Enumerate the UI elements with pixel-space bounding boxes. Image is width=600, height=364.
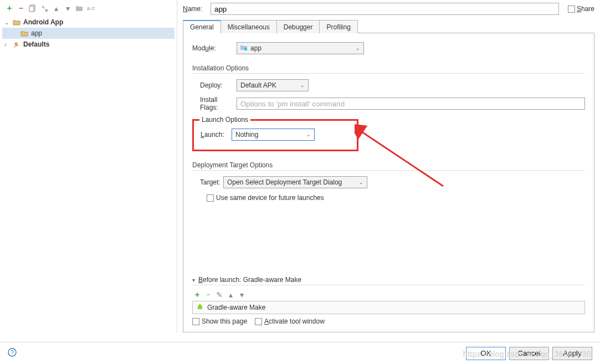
chevron-down-icon: ⌄ bbox=[4, 19, 12, 25]
config-tree: ⌄ Android App app › Defaults bbox=[0, 17, 177, 332]
install-options-title: Installation Options bbox=[192, 64, 585, 74]
chevron-right-icon: › bbox=[4, 42, 12, 48]
bl-down-button[interactable]: ▾ bbox=[237, 290, 247, 300]
tab-profiling[interactable]: Profiling bbox=[319, 20, 357, 33]
svg-point-6 bbox=[201, 304, 201, 305]
up-button[interactable]: ▴ bbox=[51, 3, 61, 13]
right-panel: Name: Share General Miscellaneous Debugg… bbox=[177, 0, 600, 332]
svg-rect-3 bbox=[244, 48, 247, 50]
deploy-label: Deploy: bbox=[192, 81, 237, 89]
android-icon bbox=[196, 303, 204, 312]
tree-label: Defaults bbox=[23, 40, 49, 48]
tree-item-android-app[interactable]: ⌄ Android App bbox=[2, 17, 175, 28]
tree-label: Android App bbox=[23, 18, 63, 26]
show-page-checkbox[interactable] bbox=[192, 318, 199, 325]
module-label: Module: bbox=[192, 44, 237, 52]
target-label: Target: bbox=[192, 178, 223, 186]
left-panel: ＋ － ▴ ▾ a↓z ⌄ Android App bbox=[0, 0, 177, 332]
share-label: Share bbox=[577, 5, 594, 13]
dialog-footer: ? OK Cancel Apply bbox=[0, 342, 600, 364]
remove-config-button[interactable]: － bbox=[16, 3, 26, 13]
launch-options-group: Launch Options Launch: Nothing ⌄ bbox=[192, 119, 358, 151]
cancel-button[interactable]: Cancel bbox=[509, 347, 549, 360]
install-flags-input[interactable] bbox=[237, 98, 585, 110]
tree-item-app[interactable]: app bbox=[2, 28, 175, 39]
chevron-down-icon: ⌄ bbox=[359, 180, 363, 185]
chevron-down-icon: ⌄ bbox=[306, 132, 311, 137]
show-page-label: Show this page bbox=[202, 317, 247, 325]
launch-options-title: Launch Options bbox=[199, 116, 250, 124]
activate-window-label: Activate tool window bbox=[264, 317, 325, 325]
target-value: Open Select Deployment Target Dialog bbox=[227, 178, 342, 186]
svg-rect-1 bbox=[29, 6, 34, 12]
tree-item-defaults[interactable]: › Defaults bbox=[2, 39, 175, 50]
chevron-down-icon: ⌄ bbox=[300, 83, 305, 88]
target-select[interactable]: Open Select Deployment Target Dialog ⌄ bbox=[223, 176, 367, 188]
bl-add-button[interactable]: ＋ bbox=[192, 290, 202, 300]
triangle-down-icon[interactable]: ▾ bbox=[192, 277, 195, 283]
module-select[interactable]: app ⌄ bbox=[237, 42, 364, 54]
bl-up-button[interactable]: ▴ bbox=[225, 290, 235, 300]
tab-debugger[interactable]: Debugger bbox=[276, 20, 320, 33]
tabs: General Miscellaneous Debugger Profiling bbox=[183, 19, 594, 33]
help-icon[interactable]: ? bbox=[8, 348, 17, 359]
svg-point-5 bbox=[198, 304, 199, 305]
left-toolbar: ＋ － ▴ ▾ a↓z bbox=[0, 0, 177, 17]
settings-icon[interactable] bbox=[39, 3, 49, 13]
svg-rect-4 bbox=[198, 306, 202, 309]
tab-general[interactable]: General bbox=[183, 20, 221, 33]
apply-button[interactable]: Apply bbox=[552, 347, 592, 360]
name-label: Name: bbox=[183, 5, 206, 13]
same-device-label: Use same device for future launches bbox=[216, 194, 324, 202]
same-device-checkbox[interactable] bbox=[207, 194, 214, 202]
install-flags-label: Install Flags: bbox=[192, 96, 237, 111]
bl-remove-button[interactable]: － bbox=[203, 290, 213, 300]
module-icon bbox=[240, 44, 248, 52]
chevron-down-icon: ⌄ bbox=[356, 45, 360, 51]
copy-config-button[interactable] bbox=[28, 3, 38, 13]
share-checkbox[interactable] bbox=[568, 6, 575, 13]
folder-icon[interactable] bbox=[74, 3, 84, 13]
wrench-icon bbox=[12, 40, 21, 48]
activate-window-checkbox[interactable] bbox=[255, 318, 262, 325]
before-launch-title: Before launch: Gradle-aware Make bbox=[198, 276, 301, 284]
ok-button[interactable]: OK bbox=[466, 347, 506, 360]
launch-label: Launch: bbox=[201, 131, 232, 139]
folder-icon bbox=[12, 18, 21, 26]
before-launch-list[interactable]: Gradle-aware Make bbox=[192, 301, 585, 314]
folder-icon bbox=[20, 29, 29, 37]
bl-edit-button[interactable]: ✎ bbox=[214, 290, 224, 300]
launch-select[interactable]: Nothing ⌄ bbox=[232, 129, 315, 141]
deploy-value: Default APK bbox=[240, 81, 276, 89]
add-config-button[interactable]: ＋ bbox=[4, 3, 14, 13]
sort-az-icon[interactable]: a↓z bbox=[86, 3, 96, 13]
tab-content: Module: app ⌄ Installation Options Deplo… bbox=[183, 33, 594, 332]
deploy-select[interactable]: Default APK ⌄ bbox=[237, 79, 309, 91]
launch-value: Nothing bbox=[235, 131, 258, 139]
tree-label: app bbox=[31, 29, 42, 37]
deploy-target-title: Deployment Target Options bbox=[192, 161, 585, 171]
before-launch-section: ▾ Before launch: Gradle-aware Make ＋ － ✎… bbox=[192, 270, 585, 325]
tab-miscellaneous[interactable]: Miscellaneous bbox=[220, 20, 277, 33]
down-button[interactable]: ▾ bbox=[63, 3, 73, 13]
before-launch-item: Gradle-aware Make bbox=[207, 304, 265, 311]
module-value: app bbox=[250, 44, 261, 52]
name-input[interactable] bbox=[211, 3, 559, 15]
svg-text:?: ? bbox=[11, 350, 14, 356]
